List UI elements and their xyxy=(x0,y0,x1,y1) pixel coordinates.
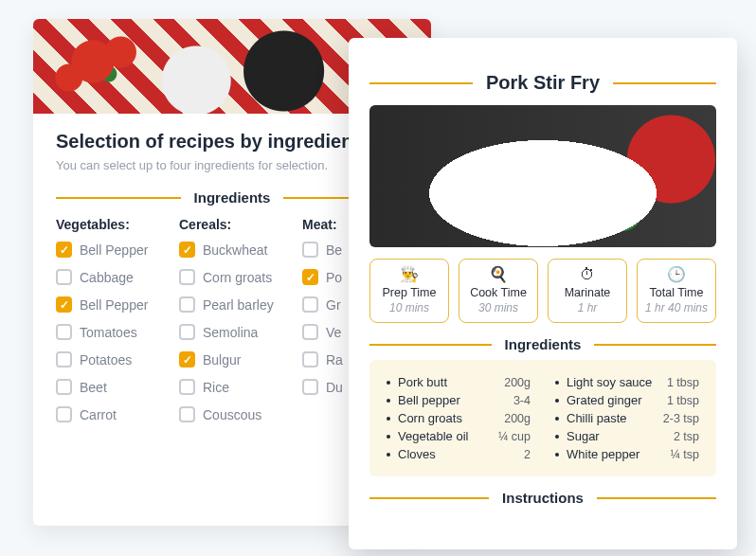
recipe-title-row: Pork Stir Fry xyxy=(369,72,716,94)
checkbox-icon xyxy=(179,324,195,340)
ingredient-name: Chilli paste xyxy=(567,411,663,425)
ingredient-checkbox[interactable]: Bulgur xyxy=(179,351,302,368)
time-box: ⏱Marinate1 hr xyxy=(548,259,627,323)
time-label: Total Time xyxy=(641,286,711,299)
ingredient-checkbox[interactable]: Semolina xyxy=(179,324,302,340)
ingredient-checkbox[interactable]: Rice xyxy=(179,379,302,395)
ingredient-amount: 3-4 xyxy=(513,394,531,407)
checkbox-icon xyxy=(56,269,72,285)
checkbox-icon xyxy=(302,296,318,313)
ingredient-label: Cabbage xyxy=(80,270,134,285)
recipe-ingredient-line: Bell pepper3-4 xyxy=(387,393,531,407)
ingredient-checkbox[interactable]: Buckwheat xyxy=(179,242,302,258)
checkbox-icon xyxy=(56,324,72,340)
recipe-card: Pork Stir Fry 👨‍🍳Prep Time10 mins🍳Cook T… xyxy=(349,38,737,549)
ingredient-label: Bell Pepper xyxy=(80,297,148,313)
ingredient-label: Gr xyxy=(326,297,341,313)
ingredient-label: Semolina xyxy=(203,325,258,340)
ingredient-checkbox[interactable]: Bell Pepper xyxy=(56,242,179,258)
recipe-instructions-label: Instructions xyxy=(502,490,584,506)
ingredient-checkbox[interactable]: Corn groats xyxy=(179,269,302,285)
ingredient-label: Carrot xyxy=(80,407,117,422)
recipe-ingredients-heading: Ingredients xyxy=(369,336,716,352)
ingredient-checkbox[interactable]: Pearl barley xyxy=(179,296,302,313)
bullet-icon xyxy=(555,453,559,457)
recipe-ingredients-label: Ingredients xyxy=(505,336,582,352)
ingredient-label: Potatoes xyxy=(80,352,132,368)
ingredient-label: Rice xyxy=(203,380,229,395)
recipe-ingredients-card: Pork butt200gBell pepper3-4Corn groats20… xyxy=(369,360,716,476)
checkbox-icon xyxy=(302,242,318,258)
ingredient-amount: 200g xyxy=(504,412,531,425)
checkbox-icon xyxy=(302,351,318,368)
ingredient-name: Bell pepper xyxy=(398,393,513,407)
ingredient-name: Light soy sauce xyxy=(567,375,667,389)
bullet-icon xyxy=(387,435,390,439)
bullet-icon xyxy=(387,453,390,457)
time-box: 👨‍🍳Prep Time10 mins xyxy=(369,259,449,323)
bullet-icon xyxy=(555,399,559,403)
ingredient-checkbox[interactable]: Potatoes xyxy=(56,351,179,368)
ingredient-amount: 200g xyxy=(504,376,531,389)
ingredient-checkbox[interactable]: Cabbage xyxy=(56,269,179,285)
checkbox-icon xyxy=(56,242,72,258)
recipe-ingredient-line: White pepper¼ tsp xyxy=(555,447,699,461)
time-value: 1 hr xyxy=(552,301,622,314)
time-value: 1 hr 40 mins xyxy=(641,301,711,314)
checkbox-icon xyxy=(302,324,318,340)
bullet-icon xyxy=(555,417,559,421)
ingredient-name: Corn groats xyxy=(398,411,504,425)
ingredient-label: Ra xyxy=(326,352,343,368)
ingredient-column: Cereals:BuckwheatCorn groatsPearl barley… xyxy=(179,217,302,434)
recipe-ingredient-line: Sugar2 tsp xyxy=(555,429,699,443)
recipe-ingredient-line: Corn groats200g xyxy=(387,411,531,425)
ingredient-label: Couscous xyxy=(203,407,261,422)
ingredient-name: Vegetable oil xyxy=(398,429,498,443)
ingredient-amount: 2 tsp xyxy=(674,430,699,443)
checkbox-icon xyxy=(179,242,195,258)
ingredients-heading-label: Ingredients xyxy=(194,189,271,206)
recipe-title: Pork Stir Fry xyxy=(486,72,600,94)
recipe-ingredient-line: Light soy sauce1 tbsp xyxy=(555,375,699,389)
ingredient-column-title: Cereals: xyxy=(179,217,302,232)
bullet-icon xyxy=(387,399,390,403)
checkbox-icon xyxy=(56,296,72,313)
ingredient-checkbox[interactable]: Tomatoes xyxy=(56,324,179,340)
ingredient-amount: 2-3 tsp xyxy=(663,412,699,425)
ingredient-label: Beet xyxy=(80,380,107,395)
ingredient-name: Pork butt xyxy=(398,375,504,389)
ingredient-checkbox[interactable]: Carrot xyxy=(56,406,179,422)
ingredient-checkbox[interactable]: Bell Pepper xyxy=(56,296,179,313)
ingredient-column: Vegetables:Bell PepperCabbageBell Pepper… xyxy=(56,217,179,434)
clock-icon: 🕒 xyxy=(641,267,711,282)
checkbox-icon xyxy=(179,351,195,368)
ingredient-label: Bulgur xyxy=(203,352,241,368)
bullet-icon xyxy=(555,435,559,439)
ingredient-name: Sugar xyxy=(567,429,674,443)
ingredient-checkbox[interactable]: Beet xyxy=(56,379,179,395)
ingredient-amount: ¼ cup xyxy=(498,430,531,443)
ingredient-amount: 1 tbsp xyxy=(667,394,699,407)
ingredient-name: Cloves xyxy=(398,447,524,461)
ingredient-label: Be xyxy=(326,242,342,258)
ingredient-label: Du xyxy=(326,380,343,395)
checkbox-icon xyxy=(56,406,72,422)
time-value: 10 mins xyxy=(374,301,444,314)
recipe-hero-image xyxy=(369,105,716,247)
bullet-icon xyxy=(555,381,559,385)
recipe-ingredient-line: Pork butt200g xyxy=(387,375,531,389)
ingredient-label: Corn groats xyxy=(203,270,272,285)
ingredient-column-title: Vegetables: xyxy=(56,217,179,232)
checkbox-icon xyxy=(56,379,72,395)
checkbox-icon xyxy=(56,351,72,368)
checkbox-icon xyxy=(179,269,195,285)
time-label: Marinate xyxy=(552,286,622,299)
ingredient-amount: ¼ tsp xyxy=(670,448,699,461)
ingredient-label: Buckwheat xyxy=(203,242,267,258)
time-value: 30 mins xyxy=(463,301,533,314)
recipe-instructions-heading: Instructions xyxy=(369,490,716,506)
ingredient-name: Grated ginger xyxy=(567,393,667,407)
ingredient-checkbox[interactable]: Couscous xyxy=(179,406,302,422)
checkbox-icon xyxy=(302,269,318,285)
timer-icon: ⏱ xyxy=(552,267,622,282)
